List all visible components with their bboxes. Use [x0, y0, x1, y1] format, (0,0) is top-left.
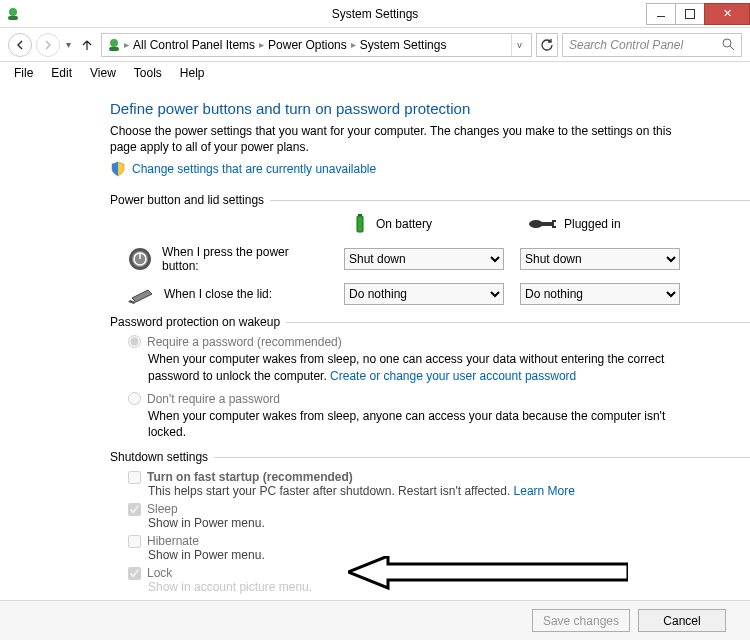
- hibernate-checkbox: [128, 535, 141, 548]
- require-password-text: When your computer wakes from sleep, no …: [148, 351, 688, 383]
- battery-icon: [352, 213, 368, 235]
- breadcrumb-root[interactable]: All Control Panel Items: [131, 38, 257, 52]
- learn-more-link[interactable]: Learn More: [514, 484, 575, 498]
- menu-view[interactable]: View: [82, 64, 124, 82]
- close-lid-battery-select[interactable]: Do nothing: [344, 283, 504, 305]
- back-button[interactable]: [8, 33, 32, 57]
- content-area: Define power buttons and turn on passwor…: [0, 84, 750, 600]
- breadcrumb-dropdown[interactable]: v: [511, 34, 527, 56]
- chevron-right-icon: ▸: [259, 39, 264, 50]
- sleep-text: Show in Power menu.: [148, 516, 750, 530]
- section-title: Shutdown settings: [110, 450, 208, 464]
- svg-rect-10: [552, 220, 556, 222]
- svg-rect-7: [358, 214, 362, 216]
- fast-startup-label: Turn on fast startup (recommended): [147, 470, 353, 484]
- menu-edit[interactable]: Edit: [43, 64, 80, 82]
- row-power-button: When I press the power button:: [128, 245, 328, 273]
- row-close-lid: When I close the lid:: [128, 284, 328, 304]
- title-bar: System Settings: [0, 0, 750, 28]
- svg-rect-9: [542, 222, 554, 226]
- close-button[interactable]: [704, 3, 750, 25]
- hibernate-text: Show in Power menu.: [148, 548, 750, 562]
- search-input[interactable]: Search Control Panel: [562, 33, 742, 57]
- sleep-checkbox: [128, 503, 141, 516]
- menu-tools[interactable]: Tools: [126, 64, 170, 82]
- fast-startup-checkbox: [128, 471, 141, 484]
- power-button-battery-select[interactable]: Shut down: [344, 248, 504, 270]
- change-settings-link[interactable]: Change settings that are currently unava…: [132, 162, 376, 176]
- minimize-button[interactable]: [646, 3, 676, 25]
- search-placeholder: Search Control Panel: [569, 38, 683, 52]
- hibernate-label: Hibernate: [147, 534, 199, 548]
- chevron-right-icon: ▸: [124, 39, 129, 50]
- chevron-right-icon: ▸: [351, 39, 356, 50]
- navigation-bar: ▾ ▸ All Control Panel Items ▸ Power Opti…: [0, 28, 750, 62]
- breadcrumb-power-options[interactable]: Power Options: [266, 38, 349, 52]
- address-breadcrumb[interactable]: ▸ All Control Panel Items ▸ Power Option…: [101, 33, 532, 57]
- plug-icon: [528, 217, 556, 231]
- page-heading: Define power buttons and turn on passwor…: [110, 100, 750, 117]
- power-button-icon: [128, 247, 152, 271]
- column-plugged-in: Plugged in: [520, 217, 680, 231]
- no-password-text: When your computer wakes from sleep, any…: [148, 408, 688, 440]
- no-password-radio: [128, 392, 141, 405]
- menu-file[interactable]: File: [6, 64, 41, 82]
- menu-help[interactable]: Help: [172, 64, 213, 82]
- lock-label: Lock: [147, 566, 172, 580]
- power-icon: [106, 37, 122, 53]
- section-title: Password protection on wakeup: [110, 315, 280, 329]
- cancel-button[interactable]: Cancel: [638, 609, 726, 632]
- refresh-button[interactable]: [536, 33, 558, 57]
- fast-startup-text: This helps start your PC faster after sh…: [148, 484, 750, 498]
- sleep-label: Sleep: [147, 502, 178, 516]
- svg-rect-6: [357, 216, 363, 232]
- maximize-button[interactable]: [675, 3, 705, 25]
- svg-point-4: [723, 39, 731, 47]
- section-power-button-lid: Power button and lid settings: [110, 193, 750, 207]
- forward-button[interactable]: [36, 33, 60, 57]
- section-password-protection: Password protection on wakeup: [110, 315, 750, 329]
- save-changes-button[interactable]: Save changes: [532, 609, 630, 632]
- require-password-label: Require a password (recommended): [147, 335, 342, 349]
- page-description: Choose the power settings that you want …: [110, 123, 690, 155]
- menu-bar: File Edit View Tools Help: [0, 62, 750, 84]
- power-button-plugged-select[interactable]: Shut down: [520, 248, 680, 270]
- search-icon: [722, 38, 735, 51]
- laptop-lid-icon: [128, 284, 154, 304]
- svg-line-5: [730, 46, 734, 50]
- close-lid-plugged-select[interactable]: Do nothing: [520, 283, 680, 305]
- lock-text: Show in account picture menu.: [148, 580, 750, 594]
- footer-bar: Save changes Cancel: [0, 600, 750, 640]
- history-dropdown-icon[interactable]: ▾: [64, 39, 73, 50]
- no-password-label: Don't require a password: [147, 392, 280, 406]
- svg-rect-3: [109, 47, 119, 51]
- window-title: System Settings: [0, 7, 750, 21]
- section-title: Power button and lid settings: [110, 193, 264, 207]
- create-password-link[interactable]: Create or change your user account passw…: [330, 369, 576, 383]
- section-shutdown-settings: Shutdown settings: [110, 450, 750, 464]
- lock-checkbox: [128, 567, 141, 580]
- shield-icon: [110, 161, 126, 177]
- breadcrumb-current[interactable]: System Settings: [358, 38, 449, 52]
- svg-point-8: [529, 220, 543, 228]
- column-on-battery: On battery: [344, 213, 504, 235]
- require-password-radio: [128, 335, 141, 348]
- up-button[interactable]: [77, 39, 97, 51]
- svg-point-2: [110, 39, 118, 47]
- svg-rect-11: [552, 226, 556, 228]
